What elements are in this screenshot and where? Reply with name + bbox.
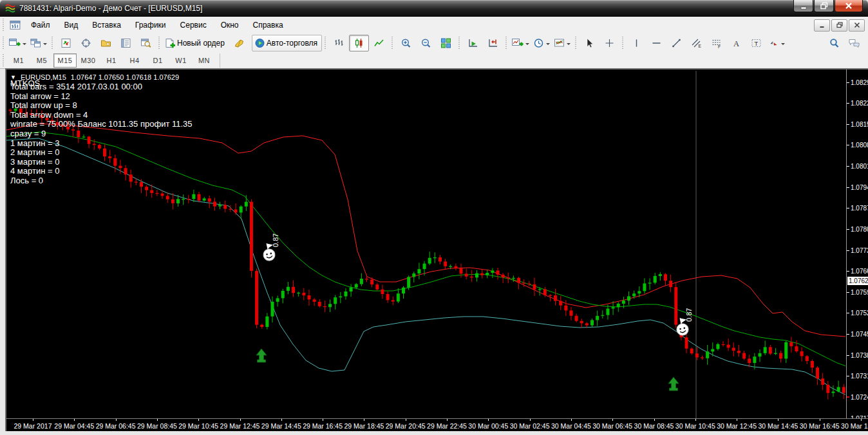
tfbar-grip[interactable]: [3, 54, 4, 67]
candle-body: [580, 321, 583, 324]
horizontal-line-button[interactable]: [646, 35, 666, 51]
data-window-button[interactable]: [76, 35, 96, 51]
auto-scroll-button[interactable]: [463, 35, 483, 51]
menu-help[interactable]: Справка: [246, 17, 290, 33]
menu-tools[interactable]: Сервис: [173, 17, 214, 33]
candlestick-button[interactable]: [349, 35, 369, 51]
mdi-close-button[interactable]: [849, 19, 865, 32]
restore-button[interactable]: [814, 0, 834, 12]
mdi-minimize-button[interactable]: [814, 19, 830, 32]
menu-charts[interactable]: Графики: [128, 17, 173, 33]
arrow-objects-icon: [768, 38, 779, 48]
buy-arrow-marker[interactable]: [256, 349, 267, 362]
close-button[interactable]: [835, 0, 863, 12]
zoom-in-button[interactable]: [396, 35, 416, 51]
tf-w1[interactable]: W1: [169, 53, 193, 68]
chat-button[interactable]: [844, 35, 864, 51]
tf-mn[interactable]: MN: [193, 53, 216, 68]
search-button[interactable]: [824, 35, 844, 51]
toolbar-grip-8[interactable]: [575, 37, 576, 50]
tf-d1[interactable]: D1: [146, 53, 169, 68]
ea-stat-line: Total arrow = 12: [10, 91, 70, 101]
templates-button[interactable]: [552, 35, 572, 51]
tf-m1[interactable]: M1: [7, 53, 30, 68]
menu-window[interactable]: Окно: [214, 17, 246, 33]
candle-body: [129, 174, 133, 181]
minimize-button[interactable]: [793, 0, 813, 12]
candle-body: [287, 287, 290, 291]
profiles-button[interactable]: [28, 35, 49, 51]
tile-windows-button[interactable]: [436, 35, 456, 51]
trendline-icon: [671, 38, 682, 48]
candle-body: [569, 310, 572, 315]
candle-body: [407, 277, 410, 287]
candle-body: [706, 351, 709, 358]
terminal-button[interactable]: [116, 35, 136, 51]
time-axis[interactable]: 29 Mar 201729 Mar 04:4529 Mar 06:4529 Ma…: [6, 418, 868, 431]
toolbar-grip-6[interactable]: [458, 37, 460, 50]
toolbar-grip-2[interactable]: [52, 37, 53, 50]
toolbar-grip-1[interactable]: [3, 37, 4, 50]
autotrading-button[interactable]: Авто-торговля: [252, 35, 322, 51]
candle-body: [774, 353, 777, 354]
price-tick: 1.07385: [847, 352, 868, 358]
collapse-triangle-icon[interactable]: ▼: [10, 73, 16, 81]
toolbar-grip-4[interactable]: [325, 37, 326, 50]
menubar-grip[interactable]: [3, 19, 4, 32]
text-button[interactable]: A: [726, 35, 746, 51]
time-tick-label: 30 Mar 10:45: [675, 422, 715, 430]
text-label-button[interactable]: T: [746, 35, 766, 51]
new-chart-button[interactable]: [7, 35, 28, 51]
periods-clock-icon: [533, 38, 544, 48]
equidistant-channel-button[interactable]: E: [686, 35, 706, 51]
caret-down-icon: [781, 43, 785, 47]
tf-m15[interactable]: M15: [53, 53, 77, 68]
candle-body: [784, 342, 788, 358]
tf-m30[interactable]: M30: [77, 53, 100, 68]
crosshair-button[interactable]: [599, 35, 619, 51]
menu-file[interactable]: Файл: [24, 17, 57, 33]
cursor-button[interactable]: [580, 35, 599, 51]
tf-m5[interactable]: M5: [30, 53, 53, 68]
chart-window-icon[interactable]: [10, 20, 21, 30]
strategy-tester-button[interactable]: [136, 35, 156, 51]
candle-body: [260, 325, 263, 327]
candle-body: [350, 288, 353, 292]
indicators-button[interactable]: [510, 35, 531, 51]
tf-h1[interactable]: H1: [100, 53, 123, 68]
periods-button[interactable]: [531, 35, 552, 51]
autotrading-label: Авто-торговля: [267, 39, 317, 48]
candle-body: [454, 266, 457, 268]
price-axis[interactable]: 1.082951.082251.081551.080851.080151.079…: [846, 69, 868, 418]
vertical-line-button[interactable]: [627, 35, 646, 51]
candle-body: [690, 349, 693, 353]
candle-body: [145, 187, 148, 190]
zoom-out-button[interactable]: [416, 35, 436, 51]
label-letter: T: [755, 40, 759, 47]
mdi-restore-button[interactable]: [831, 19, 847, 32]
price-tick-dash: [847, 271, 849, 272]
candle-body: [465, 273, 468, 277]
toolbar-grip-3[interactable]: [158, 37, 160, 50]
price-tick-label: 1.07385: [851, 352, 868, 359]
fibonacci-button[interactable]: F: [706, 35, 726, 51]
toolbar-grip-7[interactable]: [505, 37, 507, 50]
candle-body: [753, 356, 756, 363]
arrows-button[interactable]: [766, 35, 787, 51]
bar-chart-button[interactable]: [329, 35, 349, 51]
tf-h4[interactable]: H4: [123, 53, 146, 68]
line-chart-button[interactable]: [369, 35, 389, 51]
title-bar[interactable]: 7881431: Alpari-Demo - Демо Счет - [EURU…: [0, 0, 868, 17]
navigator-button[interactable]: [96, 35, 116, 51]
menu-insert[interactable]: Вставка: [85, 17, 128, 33]
trendline-button[interactable]: [666, 35, 686, 51]
candle-body: [93, 144, 96, 145]
buy-arrow-marker[interactable]: [668, 377, 679, 391]
chart-shift-button[interactable]: [483, 35, 503, 51]
menu-view[interactable]: Вид: [57, 17, 86, 33]
toolbar-grip-9[interactable]: [622, 37, 623, 50]
metaeditor-button[interactable]: [229, 35, 249, 51]
market-watch-button[interactable]: [56, 35, 76, 51]
toolbar-grip-5[interactable]: [392, 37, 393, 50]
new-order-button[interactable]: Новый ордер: [163, 35, 227, 51]
